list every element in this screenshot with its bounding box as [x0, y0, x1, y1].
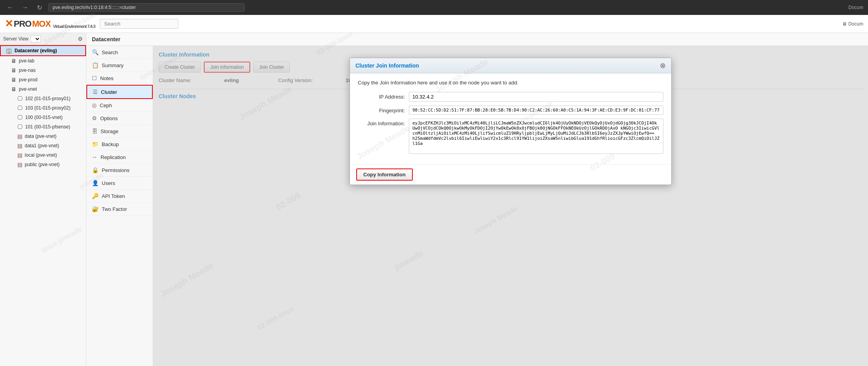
node-label: pve-nas — [19, 68, 36, 73]
node-icon: 🖥 — [11, 67, 16, 73]
proxmox-logo: ✕ PROMOX Virtual Environment 7.4-3 — [5, 18, 95, 30]
vm-label: 102 (01-015-proxy01) — [25, 96, 70, 101]
cluster-nav-icon: ☰ — [93, 89, 98, 95]
sidebar-item-storage-data1[interactable]: ▤ data1 (pve-vnet) — [0, 141, 86, 150]
modal-close-button[interactable]: ⊗ — [660, 62, 666, 69]
sidebar-item-vm-102[interactable]: 🖵 102 (01-015-proxy01) — [0, 94, 86, 103]
server-view-select[interactable] — [31, 35, 41, 42]
sidebar-item-pve-prod[interactable]: 🖥 pve-prod — [0, 75, 86, 84]
fingerprint-row: Fingerprint: — [358, 106, 663, 115]
sidebar-header: Server View ⚙ — [0, 33, 86, 45]
logo-prox-text: PRO — [14, 19, 31, 29]
nav-two-factor-label: Two Factor — [102, 206, 127, 212]
logo-mox-text: MOX — [32, 19, 51, 29]
fingerprint-input[interactable] — [409, 106, 663, 115]
nav-search-label: Search — [102, 49, 118, 55]
vm-icon: 🖵 — [17, 95, 23, 102]
copy-information-button[interactable]: Copy Information — [356, 168, 413, 181]
nav-item-permissions[interactable]: 🔒 Permissions — [86, 164, 153, 177]
node-icon: 🖥 — [11, 86, 16, 92]
node-icon: 🖥 — [11, 77, 16, 83]
datacenter-icon: 🏢 — [5, 48, 12, 54]
ip-address-label: IP Address: — [358, 92, 405, 100]
summary-nav-icon: 📋 — [92, 62, 99, 68]
join-info-row: Join Information: eyJpcEFKZHJlc3MiOilxMC… — [358, 119, 663, 154]
nav-summary-label: Summary — [102, 62, 124, 68]
backup-nav-icon: 📁 — [92, 141, 99, 147]
modal-body: Copy the Join Information here and use i… — [350, 73, 671, 164]
storage-icon: ▤ — [17, 133, 22, 139]
modal-footer: Copy Information — [350, 164, 671, 185]
storage-label: data1 (pve-vnet) — [25, 143, 59, 148]
nav-item-backup[interactable]: 📁 Backup — [86, 138, 153, 151]
sidebar-item-vm-100[interactable]: 🖵 100 (00-015-vnet) — [0, 113, 86, 122]
nav-item-notes[interactable]: ☐ Notes — [86, 72, 153, 85]
api-token-nav-icon: 🔑 — [92, 193, 99, 199]
nav-users-label: Users — [102, 180, 115, 186]
nav-item-options[interactable]: ⚙ Options — [86, 112, 153, 125]
notes-nav-icon: ☐ — [92, 75, 97, 81]
logo-version: Virtual Environment 7.4-3 — [53, 24, 95, 29]
dc-header: Datacenter — [86, 33, 868, 46]
top-bar: ✕ PROMOX Virtual Environment 7.4-3 🖥 Doc… — [0, 15, 868, 33]
nav-item-search[interactable]: 🔍 Search — [86, 46, 153, 59]
forward-button[interactable]: → — [20, 3, 31, 12]
nav-notes-label: Notes — [100, 75, 114, 81]
nav-storage-label: Storage — [101, 128, 119, 134]
cluster-join-modal: Cluster Join Information ⊗ Copy the Join… — [350, 58, 672, 185]
sidebar-item-pve-lab[interactable]: 🖥 pve-lab — [0, 56, 86, 66]
search-nav-icon: 🔍 — [92, 49, 99, 55]
nav-item-ceph[interactable]: ◎ Ceph — [86, 99, 153, 112]
ceph-nav-icon: ◎ — [92, 102, 97, 108]
sidebar-item-datacenter[interactable]: 🏢 Datacenter (evling) — [0, 45, 86, 56]
ip-address-row: IP Address: — [358, 92, 663, 102]
vm-label: 101 (00-015-pfsense) — [25, 124, 70, 130]
nav-item-summary[interactable]: 📋 Summary — [86, 59, 153, 72]
nav-item-api-tokens[interactable]: 🔑 API Token — [86, 190, 153, 203]
server-view-label: Server View — [3, 36, 28, 42]
join-info-textarea[interactable]: eyJpcEFKZHJlc3MiOilxMC4zMi40LjliLCJmaW5n… — [409, 119, 663, 154]
modal-title: Cluster Join Information — [355, 62, 419, 69]
storage-icon: ▤ — [17, 161, 22, 168]
storage-icon: ▤ — [17, 143, 22, 149]
storage-label: local (pve-vnet) — [25, 152, 57, 158]
sidebar-item-vm-101[interactable]: 🖵 101 (00-015-pfsense) — [0, 122, 86, 132]
node-label: pve-prod — [19, 77, 37, 82]
reload-button[interactable]: ↻ — [35, 3, 44, 12]
monitor-icon: 🖥 — [842, 21, 847, 27]
nav-item-cluster[interactable]: ☰ Cluster — [86, 85, 153, 99]
top-doc-button[interactable]: 🖥 Docum — [842, 21, 863, 27]
main-layout: Server View ⚙ 🏢 Datacenter (evling) 🖥 pv… — [0, 33, 868, 366]
sidebar-item-storage-local[interactable]: ▤ local (pve-vnet) — [0, 150, 86, 160]
sidebar-item-pve-nas[interactable]: 🖥 pve-nas — [0, 66, 86, 75]
nav-item-replication[interactable]: ↔ Replication — [86, 151, 153, 164]
vm-icon: 🖵 — [17, 114, 23, 121]
url-bar[interactable] — [48, 3, 245, 12]
nav-item-two-factor[interactable]: 🔐 Two Factor — [86, 203, 153, 216]
fingerprint-label: Fingerprint: — [358, 106, 405, 113]
sidebar-header-left: Server View — [3, 35, 41, 42]
nav-replication-label: Replication — [101, 154, 126, 160]
nav-item-users[interactable]: 👤 Users — [86, 177, 153, 190]
doc-label: Docum — [848, 21, 863, 27]
sidebar-gear-icon[interactable]: ⚙ — [78, 36, 83, 42]
ip-address-input[interactable] — [409, 92, 663, 102]
back-button[interactable]: ← — [5, 3, 16, 12]
vm-icon: 🖵 — [17, 105, 23, 111]
nav-permissions-label: Permissions — [102, 167, 130, 173]
sidebar-item-storage-data[interactable]: ▤ data (pve-vnet) — [0, 132, 86, 141]
content-inner: 🔍 Search 📋 Summary ☐ Notes ☰ Cluster ◎ — [86, 46, 868, 366]
modal-header: Cluster Join Information ⊗ — [350, 58, 671, 73]
storage-nav-icon: 🗄 — [92, 128, 97, 134]
node-label: pve-vnet — [19, 86, 37, 92]
sidebar-item-vm-103[interactable]: 🖵 103 (01-015-proxy02) — [0, 103, 86, 113]
vm-label: 100 (00-015-vnet) — [25, 115, 62, 120]
nav-item-storage[interactable]: 🗄 Storage — [86, 125, 153, 138]
storage-label: public (pve-vnet) — [25, 162, 60, 167]
options-nav-icon: ⚙ — [92, 115, 97, 121]
sidebar-item-storage-public[interactable]: ▤ public (pve-vnet) — [0, 160, 86, 169]
sidebar-item-pve-vnet[interactable]: 🖥 pve-vnet — [0, 84, 86, 94]
permissions-nav-icon: 🔒 — [92, 167, 99, 173]
top-search-input[interactable] — [100, 19, 178, 29]
storage-label: data (pve-vnet) — [25, 134, 57, 139]
